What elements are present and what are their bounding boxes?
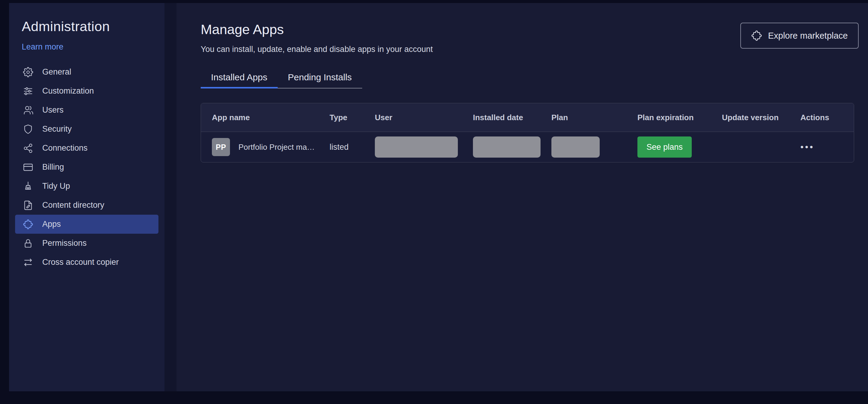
sidebar-title: Administration bbox=[22, 19, 158, 34]
sidebar-item-label: Connections bbox=[42, 143, 88, 153]
redacted-installed-date-value bbox=[473, 137, 540, 157]
sidebar-item-label: Content directory bbox=[42, 201, 104, 210]
sidebar-item-label: Billing bbox=[42, 163, 64, 172]
installed-apps-table: App name Type User Installed date Plan P… bbox=[201, 103, 854, 163]
sidebar-item-cross-account-copier[interactable]: Cross account copier bbox=[15, 253, 158, 272]
sidebar-item-security[interactable]: Security bbox=[15, 120, 158, 139]
installed-date-cell bbox=[462, 132, 540, 162]
update-version-cell bbox=[711, 132, 789, 162]
table-header-row: App name Type User Installed date Plan P… bbox=[201, 103, 854, 132]
sidebar-item-connections[interactable]: Connections bbox=[15, 139, 158, 157]
sidebar-item-users[interactable]: Users bbox=[15, 100, 158, 120]
sidebar-item-label: Apps bbox=[42, 220, 61, 229]
credit-card-icon bbox=[23, 162, 33, 172]
sidebar-item-permissions[interactable]: Permissions bbox=[15, 234, 158, 253]
sidebar-item-label: Cross account copier bbox=[42, 258, 119, 267]
sidebar-item-customization[interactable]: Customization bbox=[15, 82, 158, 100]
tab-installed-apps[interactable]: Installed Apps bbox=[201, 72, 278, 88]
column-header-user: User bbox=[364, 103, 462, 132]
sidebar-item-general[interactable]: General bbox=[15, 62, 158, 82]
sidebar-item-label: Users bbox=[42, 105, 64, 115]
puzzle-icon bbox=[23, 219, 33, 229]
user-cell bbox=[364, 132, 462, 162]
column-header-update-version: Update version bbox=[711, 103, 789, 132]
sidebar-item-tidy-up[interactable]: Tidy Up bbox=[15, 177, 158, 196]
sliders-icon bbox=[23, 86, 33, 96]
app-name-cell: PP Portfolio Project ma… bbox=[201, 132, 319, 162]
column-header-plan-expiration: Plan expiration bbox=[626, 103, 711, 132]
redacted-plan-value bbox=[551, 137, 600, 157]
admin-sidebar: Administration Learn more General Custom… bbox=[9, 3, 164, 391]
transfer-arrows-icon bbox=[23, 257, 33, 267]
type-cell: listed bbox=[319, 132, 364, 162]
column-header-actions: Actions bbox=[789, 103, 854, 132]
sidebar-item-billing[interactable]: Billing bbox=[15, 157, 158, 177]
broom-icon bbox=[23, 181, 33, 192]
sidebar-nav: General Customization Users Security Con bbox=[15, 62, 158, 272]
table-row: PP Portfolio Project ma… listed See plan… bbox=[201, 132, 854, 162]
tab-pending-installs[interactable]: Pending Installs bbox=[278, 72, 362, 88]
sidebar-item-apps[interactable]: Apps bbox=[15, 215, 158, 234]
gear-icon bbox=[23, 67, 33, 77]
nodes-icon bbox=[23, 143, 33, 153]
sidebar-item-label: Tidy Up bbox=[42, 181, 70, 191]
document-edit-icon bbox=[23, 200, 33, 210]
puzzle-icon bbox=[751, 30, 762, 41]
lock-icon bbox=[23, 238, 33, 249]
see-plans-button[interactable]: See plans bbox=[638, 137, 692, 157]
plan-cell bbox=[540, 132, 626, 162]
app-name: Portfolio Project ma… bbox=[239, 143, 315, 152]
column-header-type: Type bbox=[319, 103, 364, 132]
sidebar-item-label: Permissions bbox=[42, 238, 87, 248]
sidebar-item-content-directory[interactable]: Content directory bbox=[15, 196, 158, 215]
redacted-user-value bbox=[375, 137, 458, 157]
panel-divider bbox=[164, 3, 177, 391]
app-avatar: PP bbox=[212, 138, 230, 156]
actions-cell: ••• bbox=[789, 132, 854, 162]
explore-marketplace-button[interactable]: Explore marketplace bbox=[740, 23, 859, 49]
sidebar-item-label: Security bbox=[42, 124, 72, 134]
shield-icon bbox=[23, 124, 33, 134]
apps-tabs: Installed Apps Pending Installs bbox=[201, 72, 854, 88]
explore-marketplace-label: Explore marketplace bbox=[768, 31, 848, 41]
column-header-plan: Plan bbox=[540, 103, 626, 132]
manage-apps-panel: Manage Apps You can install, update, ena… bbox=[177, 3, 868, 391]
users-icon bbox=[23, 105, 33, 115]
learn-more-link[interactable]: Learn more bbox=[22, 42, 63, 52]
sidebar-item-label: Customization bbox=[42, 86, 94, 96]
plan-expiration-cell: See plans bbox=[626, 132, 711, 162]
column-header-app-name: App name bbox=[201, 103, 319, 132]
column-header-installed-date: Installed date bbox=[462, 103, 540, 132]
row-actions-menu-icon[interactable]: ••• bbox=[800, 143, 814, 151]
sidebar-item-label: General bbox=[42, 67, 71, 77]
